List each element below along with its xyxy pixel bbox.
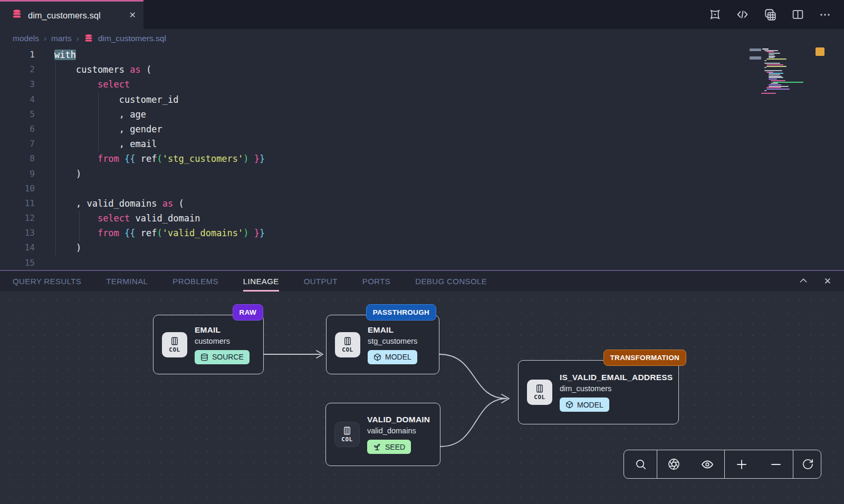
minimap-line (769, 57, 774, 58)
breadcrumb: models › marts › dim_customers.sql (0, 29, 844, 47)
minimap-line (766, 89, 790, 90)
line-number[interactable]: 9 (0, 167, 35, 181)
line-number[interactable]: 12 (0, 211, 35, 226)
column-name: EMAIL (368, 325, 394, 335)
column-name: EMAIL (195, 325, 220, 335)
line-number[interactable]: 5 (0, 107, 35, 122)
line-number[interactable]: 8 (0, 151, 35, 166)
minimap-line (766, 51, 774, 52)
lineage-node-valid-domains[interactable]: COL VALID_DOMAIN valid_domains SEED (325, 403, 440, 466)
collapse-panel-icon[interactable] (798, 275, 809, 288)
minimap-line (769, 86, 789, 87)
dbt-logo-icon[interactable] (708, 8, 722, 21)
minimap-line (773, 82, 803, 83)
breadcrumb-item-marts[interactable]: marts (51, 34, 72, 43)
line-number[interactable]: 15 (0, 256, 35, 270)
minimap-line (764, 60, 766, 61)
indent-guide (98, 92, 99, 152)
code-line[interactable]: 13 from {{ ref('valid_domains') }} (0, 226, 844, 240)
panel-tab-problems[interactable]: PROBLEMS (172, 271, 218, 292)
close-tab-icon[interactable]: ✕ (129, 11, 136, 20)
code-line[interactable]: 2 customers as ( (0, 62, 844, 77)
code-text: , valid_domains as ( (35, 196, 184, 211)
line-number[interactable]: 1 (0, 47, 35, 62)
line-number[interactable]: 3 (0, 77, 35, 92)
code-line[interactable]: 10 (0, 181, 844, 196)
line-number[interactable]: 14 (0, 240, 35, 255)
minimap-line (771, 83, 778, 84)
code-preview-icon[interactable] (736, 8, 749, 21)
minimap[interactable] (761, 49, 816, 154)
breadcrumb-item-models[interactable]: models (13, 34, 39, 43)
panel-tab-ports[interactable]: PORTS (362, 271, 390, 292)
minimap-line (769, 74, 780, 75)
app-window: dim_customers.sql ✕ models › marts › (0, 0, 844, 504)
minimap-line (764, 70, 782, 71)
lineage-node-dim-customers[interactable]: TRANSFORMATION COL IS_VALID_EMAIL_ADDRES… (518, 360, 679, 424)
code-line[interactable]: 15 (0, 256, 844, 270)
minimap-line (769, 84, 781, 85)
breadcrumb-item-file[interactable]: dim_customers.sql (98, 34, 166, 43)
panel-tab-query-results[interactable]: QUERY RESULTS (13, 271, 81, 292)
minimap-line (769, 77, 783, 78)
line-number[interactable]: 7 (0, 137, 35, 151)
panel-tab-output[interactable]: OUTPUT (304, 271, 338, 292)
minimap-line (766, 64, 783, 65)
close-panel-icon[interactable]: ✕ (824, 276, 831, 287)
database-icon (12, 9, 22, 22)
panel-tab-terminal[interactable]: TERMINAL (106, 271, 148, 292)
column-chip-label: COL (342, 346, 353, 353)
aperture-icon[interactable] (657, 450, 691, 478)
code-line[interactable]: 8 from {{ ref('stg_customers') }} (0, 151, 844, 166)
code-line[interactable]: 6 , gender (0, 122, 844, 137)
code-line[interactable]: 7 , email (0, 137, 844, 151)
column-name: IS_VALID_EMAIL_ADDRESS (560, 373, 673, 382)
search-icon[interactable] (624, 450, 657, 478)
code-line[interactable]: 11 , valid_domains as ( (0, 196, 844, 211)
panel-tab-debug-console[interactable]: DEBUG CONSOLE (415, 271, 487, 292)
more-actions-icon[interactable] (819, 8, 831, 21)
code-editor[interactable]: 1with2 customers as (3 select4 customer_… (0, 47, 844, 270)
code-line[interactable]: 3 select (0, 77, 844, 92)
code-line[interactable]: 14 ) (0, 240, 844, 255)
indent-guide (79, 211, 80, 241)
line-number[interactable]: 2 (0, 62, 35, 77)
code-text: select (35, 77, 130, 92)
code-line[interactable]: 12 select valid_domain (0, 211, 844, 226)
minimap-line (764, 90, 766, 91)
lineage-canvas[interactable]: RAW COL EMAIL customers SOURCE PASSTHROU… (0, 292, 844, 504)
code-line[interactable]: 5 , age (0, 107, 844, 122)
minimap-line (771, 80, 785, 81)
minimap-selection-marker (750, 56, 761, 60)
model-name: dim_customers (560, 384, 611, 393)
lineage-node-customers[interactable]: RAW COL EMAIL customers SOURCE (153, 315, 264, 374)
line-number[interactable]: 11 (0, 196, 35, 211)
panel-tabs: QUERY RESULTSTERMINALPROBLEMSLINEAGEOUTP… (13, 271, 487, 292)
tab-dim-customers[interactable]: dim_customers.sql ✕ (0, 0, 143, 29)
split-editor-icon[interactable] (791, 8, 804, 21)
zoom-in-icon[interactable] (725, 450, 759, 478)
refresh-icon[interactable] (793, 450, 821, 478)
column-chip: COL (334, 422, 360, 447)
source-pill: SOURCE (195, 350, 250, 364)
line-number[interactable]: 10 (0, 181, 35, 196)
model-name: stg_customers (368, 337, 417, 345)
code-line[interactable]: 4 customer_id (0, 92, 844, 107)
line-number[interactable]: 13 (0, 226, 35, 240)
column-chip-label: COL (341, 436, 352, 443)
code-line[interactable]: 9 ) (0, 167, 844, 181)
zoom-out-icon[interactable] (759, 450, 793, 478)
query-results-icon[interactable] (763, 8, 777, 22)
column-chip: COL (527, 380, 552, 405)
seed-pill: SEED (367, 440, 411, 454)
lineage-node-stg-customers[interactable]: PASSTHROUGH COL EMAIL stg_customers MODE… (326, 315, 439, 374)
line-number[interactable]: 6 (0, 122, 35, 137)
minimap-line (769, 73, 783, 74)
code-line[interactable]: 1with (0, 47, 844, 62)
panel-tab-lineage[interactable]: LINEAGE (243, 271, 279, 292)
line-number[interactable]: 4 (0, 92, 35, 107)
column-chip: COL (335, 332, 360, 357)
model-pill: MODEL (560, 398, 609, 412)
eye-icon[interactable] (691, 450, 725, 478)
code-text: customers as ( (35, 62, 151, 77)
